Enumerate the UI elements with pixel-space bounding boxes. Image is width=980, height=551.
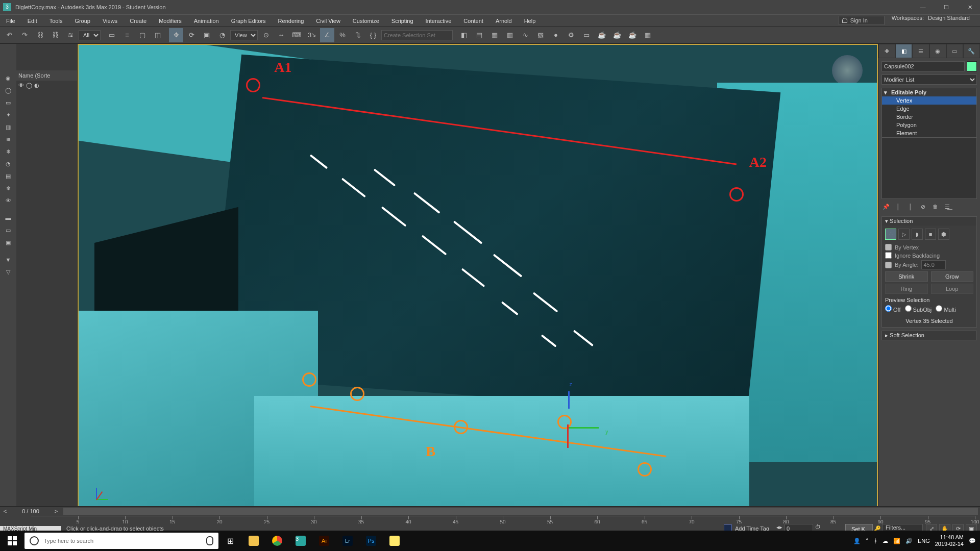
redo-button[interactable]: ↷ xyxy=(17,28,32,42)
ring-button[interactable]: Ring xyxy=(885,284,928,294)
minimize-button[interactable]: — xyxy=(916,4,930,11)
display-frozen-icon[interactable]: 👁 xyxy=(2,195,15,206)
spinner-snap-button[interactable]: ⇅ xyxy=(351,28,365,42)
gizmo-x-axis[interactable] xyxy=(567,424,569,448)
action-center-icon[interactable]: 💬 xyxy=(969,538,976,544)
wifi-icon[interactable]: 📶 xyxy=(893,538,900,544)
maximize-button[interactable]: ☐ xyxy=(939,4,953,11)
preview-subobj-radio[interactable]: SubObj xyxy=(905,305,932,313)
stack-vertex[interactable]: Vertex xyxy=(882,96,976,105)
render-icon[interactable]: ◐ xyxy=(34,82,39,89)
layer-explorer-button[interactable]: ▦ xyxy=(487,28,502,42)
render-frame-button[interactable]: ▭ xyxy=(579,28,594,42)
tray-overflow-icon[interactable]: ˄ xyxy=(866,538,869,544)
tab-modify[interactable]: ◧ xyxy=(895,44,912,58)
modifier-stack[interactable]: Editable Poly Vertex Edge Border Polygon… xyxy=(881,88,977,138)
pin-stack-icon[interactable]: 📌 xyxy=(881,202,891,211)
grow-button[interactable]: Grow xyxy=(931,271,974,282)
photoshop-icon[interactable]: Ps xyxy=(359,531,383,551)
by-angle-input[interactable] xyxy=(921,260,946,269)
menu-help[interactable]: Help xyxy=(518,15,542,26)
bind-spacewarp-button[interactable]: ≋ xyxy=(63,28,78,42)
people-icon[interactable]: 👤 xyxy=(853,538,861,544)
gizmo-y-axis[interactable] xyxy=(568,427,599,429)
display-spacewarps-icon[interactable]: ❄ xyxy=(2,146,15,157)
open-autodesk-button[interactable]: ▦ xyxy=(641,28,655,42)
stack-edge[interactable]: Edge xyxy=(882,105,976,113)
display-all-icon[interactable]: ◉ xyxy=(2,72,15,84)
keyboard-shortcut-button[interactable]: ⌨ xyxy=(289,28,304,42)
menu-edit[interactable]: Edit xyxy=(21,15,43,26)
by-angle-checkbox[interactable]: By Angle: xyxy=(885,260,973,269)
taskbar-search[interactable]: Type here to search xyxy=(24,533,218,549)
stack-polygon[interactable]: Polygon xyxy=(882,121,976,129)
system-clock[interactable]: 11:48 AM 2019-02-14 xyxy=(935,534,964,547)
workspaces-value[interactable]: Design Standard xyxy=(928,15,980,26)
show-end-result-icon[interactable]: │ xyxy=(894,202,903,211)
ignore-backfacing-checkbox[interactable]: Ignore Backfacing xyxy=(885,252,973,259)
preview-off-radio[interactable]: Off xyxy=(885,305,901,313)
subobj-edge-button[interactable]: ▷ xyxy=(898,229,910,240)
3dsmax-taskbar-icon[interactable]: 3 xyxy=(289,531,312,551)
object-name-input[interactable] xyxy=(881,61,965,71)
tab-hierarchy[interactable]: ☰ xyxy=(912,44,929,58)
menu-graph-editors[interactable]: Graph Editors xyxy=(225,15,272,26)
toggle-ribbon-button[interactable]: ▥ xyxy=(503,28,517,42)
render-setup-button[interactable]: ⚙ xyxy=(564,28,578,42)
menu-customize[interactable]: Customize xyxy=(347,15,385,26)
display-pk-icon[interactable]: ▣ xyxy=(2,237,15,248)
render-production-button[interactable]: ☕ xyxy=(625,28,640,42)
gizmo-z-axis[interactable] xyxy=(568,391,570,409)
menu-content[interactable]: Content xyxy=(457,15,489,26)
rect-select-button[interactable]: ▢ xyxy=(135,28,150,42)
subobj-element-button[interactable]: ⬢ xyxy=(938,229,949,240)
filter-icon[interactable]: ▼ xyxy=(2,254,15,265)
link-button[interactable]: ⛓ xyxy=(33,28,47,42)
display-geom-icon[interactable]: ◯ xyxy=(2,85,15,96)
menu-tools[interactable]: Tools xyxy=(43,15,69,26)
menu-file[interactable]: File xyxy=(0,15,21,26)
display-shapes-icon[interactable]: ▭ xyxy=(2,97,15,108)
lightroom-icon[interactable]: Lr xyxy=(336,531,359,551)
window-crossing-button[interactable]: ◫ xyxy=(151,28,165,42)
eye-icon[interactable]: 👁 xyxy=(18,82,24,88)
viewport-area[interactable]: [ + ] [ Perspective ] [ Standard ] [ Edg… xyxy=(78,44,878,520)
time-slider-position[interactable]: 0 / 100 xyxy=(10,508,51,514)
tab-utilities[interactable]: 🔧 xyxy=(963,44,980,58)
mirror-button[interactable]: ◧ xyxy=(457,28,471,42)
display-groups-icon[interactable]: ◔ xyxy=(2,158,15,169)
start-button[interactable] xyxy=(0,531,24,551)
lang-indicator[interactable]: ENG xyxy=(918,538,930,544)
menu-interactive[interactable]: Interactive xyxy=(420,15,458,26)
selection-set-input[interactable] xyxy=(381,30,453,40)
render-iterative-button[interactable]: ☕ xyxy=(610,28,624,42)
scene-explorer-header[interactable]: Name (Sorte xyxy=(16,70,77,81)
make-unique-icon[interactable]: │ xyxy=(906,202,915,211)
rollout-soft-selection-header[interactable]: ▸ Soft Selection xyxy=(882,331,976,340)
menu-arnold[interactable]: Arnold xyxy=(489,15,518,26)
menu-civil-view[interactable]: Civil View xyxy=(310,15,346,26)
time-slider-track[interactable] xyxy=(63,508,978,515)
menu-modifiers[interactable]: Modifiers xyxy=(153,15,188,26)
remove-mod-icon[interactable]: ⊘ xyxy=(918,202,927,211)
curve-editor-button[interactable]: ∿ xyxy=(518,28,532,42)
render-button[interactable]: ☕ xyxy=(595,28,609,42)
subobj-polygon-button[interactable]: ■ xyxy=(925,229,936,240)
rollout-selection-header[interactable]: ▾ Selection xyxy=(882,217,976,226)
angle-snap-button[interactable]: ∠ xyxy=(320,28,334,42)
bluetooth-icon[interactable]: ᚼ xyxy=(874,538,877,544)
onedrive-icon[interactable]: ☁ xyxy=(883,538,888,544)
scale-button[interactable]: ▣ xyxy=(200,28,214,42)
align-button[interactable]: ▤ xyxy=(472,28,486,42)
unlink-button[interactable]: ⛓̸ xyxy=(48,28,62,42)
display-helpers-icon[interactable]: ≋ xyxy=(2,134,15,145)
tab-motion[interactable]: ◉ xyxy=(929,44,946,58)
ref-coord-dropdown[interactable]: View xyxy=(230,30,258,40)
display-hidden-icon[interactable]: ▬ xyxy=(2,212,15,223)
mic-icon[interactable] xyxy=(206,536,213,545)
named-sel-set-button[interactable]: { } xyxy=(366,28,380,42)
tab-create[interactable]: ✚ xyxy=(878,44,895,58)
file-explorer-icon[interactable] xyxy=(242,531,265,551)
material-editor-button[interactable]: ● xyxy=(549,28,563,42)
menu-scripting[interactable]: Scripting xyxy=(385,15,420,26)
